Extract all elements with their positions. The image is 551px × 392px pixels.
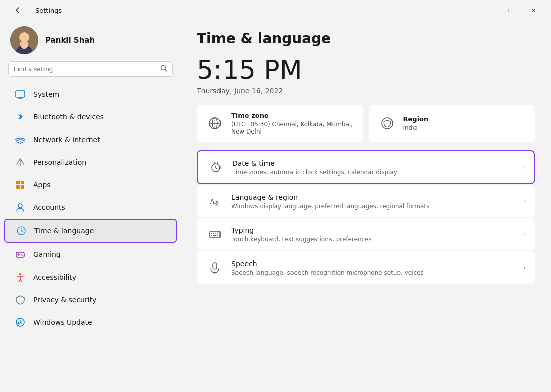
main-content: Time & language 5:15 PM Thursday, June 1… bbox=[181, 18, 551, 392]
sidebar-item-label-network: Network & internet bbox=[33, 136, 100, 144]
datetime-icon bbox=[207, 158, 225, 176]
speech-desc: Speech language, speech recognition micr… bbox=[231, 269, 516, 276]
sidebar-item-label-time: Time & language bbox=[34, 227, 94, 235]
settings-item-speech[interactable]: Speech Speech language, speech recogniti… bbox=[197, 251, 535, 284]
search-icon bbox=[160, 65, 167, 73]
timezone-card-icon bbox=[206, 114, 224, 133]
app-body: Pankil Shah bbox=[0, 18, 551, 392]
svg-point-8 bbox=[20, 143, 21, 144]
svg-point-1 bbox=[19, 32, 29, 42]
window-controls: — □ ✕ bbox=[476, 2, 545, 18]
svg-line-4 bbox=[165, 70, 167, 72]
sidebar-item-update[interactable]: Windows Update bbox=[4, 311, 177, 333]
sidebar-item-personalization[interactable]: Personalization bbox=[4, 151, 177, 173]
sidebar-item-bluetooth[interactable]: Bluetooth & devices bbox=[4, 106, 177, 128]
datetime-label: Date & time bbox=[232, 159, 515, 167]
region-card-icon bbox=[378, 114, 396, 133]
date-display: Thursday, June 16, 2022 bbox=[197, 87, 535, 95]
sidebar-item-label-gaming: Gaming bbox=[33, 250, 61, 258]
typing-chevron: › bbox=[523, 231, 526, 238]
typing-desc: Touch keyboard, text suggestions, prefer… bbox=[231, 236, 516, 243]
typing-label: Typing bbox=[231, 226, 516, 234]
search-box[interactable] bbox=[8, 61, 173, 77]
speech-chevron: › bbox=[523, 264, 526, 271]
back-button[interactable] bbox=[6, 2, 29, 18]
language-label: Language & region bbox=[231, 193, 516, 201]
timezone-card: Time zone (UTC+05:30) Chennai, Kolkata, … bbox=[197, 105, 363, 142]
time-display: 5:15 PM bbox=[197, 55, 535, 85]
sidebar-item-label-apps: Apps bbox=[33, 181, 51, 189]
language-desc: Windows display language, preferred lang… bbox=[231, 203, 516, 210]
maximize-button[interactable]: □ bbox=[499, 2, 522, 18]
time-icon bbox=[15, 225, 27, 237]
language-icon: A あ bbox=[206, 192, 224, 210]
apps-icon bbox=[14, 179, 26, 191]
speech-label: Speech bbox=[231, 259, 516, 268]
user-name: Pankil Shah bbox=[45, 36, 95, 45]
svg-rect-11 bbox=[21, 181, 24, 184]
datetime-chevron: › bbox=[522, 164, 525, 171]
accounts-icon bbox=[14, 201, 26, 213]
window-title: Settings bbox=[35, 7, 62, 14]
gaming-icon bbox=[14, 248, 26, 260]
sidebar-item-system[interactable]: System bbox=[4, 83, 177, 105]
svg-text:あ: あ bbox=[214, 200, 220, 206]
settings-item-language[interactable]: A あ Language & region Windows display la… bbox=[197, 185, 535, 217]
region-label: Region bbox=[403, 115, 429, 123]
search-input[interactable] bbox=[14, 65, 156, 73]
language-chevron: › bbox=[523, 198, 526, 205]
sidebar-item-label-accounts: Accounts bbox=[33, 203, 65, 211]
svg-point-20 bbox=[22, 255, 23, 256]
minimize-button[interactable]: — bbox=[476, 2, 499, 18]
datetime-desc: Time zones, automatic clock settings, ca… bbox=[232, 169, 515, 176]
title-bar: Settings — □ ✕ bbox=[0, 0, 551, 18]
svg-rect-13 bbox=[21, 185, 24, 189]
svg-point-19 bbox=[21, 254, 22, 255]
sidebar-nav: System Bluetooth & devices bbox=[0, 83, 181, 334]
settings-item-datetime[interactable]: Date & time Time zones, automatic clock … bbox=[197, 150, 535, 184]
timezone-value: (UTC+05:30) Chennai, Kolkata, Mumbai, Ne… bbox=[231, 121, 354, 135]
user-profile[interactable]: Pankil Shah bbox=[0, 18, 181, 61]
sidebar-item-gaming[interactable]: Gaming bbox=[4, 243, 177, 266]
settings-list: Date & time Time zones, automatic clock … bbox=[197, 150, 535, 284]
avatar bbox=[10, 26, 38, 54]
network-icon bbox=[14, 134, 26, 146]
system-icon bbox=[14, 88, 26, 100]
sidebar-item-label-privacy: Privacy & security bbox=[33, 296, 96, 304]
privacy-icon bbox=[14, 294, 26, 306]
svg-rect-10 bbox=[16, 181, 20, 184]
sidebar-item-privacy[interactable]: Privacy & security bbox=[4, 289, 177, 311]
sidebar-item-label-system: System bbox=[33, 90, 59, 98]
sidebar-item-label-personalization: Personalization bbox=[33, 158, 86, 166]
speech-icon bbox=[206, 258, 224, 277]
svg-rect-31 bbox=[210, 231, 220, 238]
sidebar-item-network[interactable]: Network & internet bbox=[4, 128, 177, 151]
info-cards: Time zone (UTC+05:30) Chennai, Kolkata, … bbox=[197, 105, 535, 142]
close-button[interactable]: ✕ bbox=[522, 2, 545, 18]
bluetooth-icon bbox=[14, 111, 26, 123]
sidebar-item-accounts[interactable]: Accounts bbox=[4, 196, 177, 218]
accessibility-icon bbox=[14, 271, 26, 283]
region-value: India bbox=[403, 124, 429, 132]
region-card: Region India bbox=[369, 105, 535, 142]
sidebar-item-label-accessibility: Accessibility bbox=[33, 273, 76, 281]
sidebar-item-accessibility[interactable]: Accessibility bbox=[4, 266, 177, 288]
personalization-icon bbox=[14, 156, 26, 168]
svg-rect-39 bbox=[213, 263, 217, 269]
title-bar-left: Settings bbox=[6, 2, 62, 18]
typing-icon bbox=[206, 225, 224, 243]
svg-rect-5 bbox=[16, 91, 25, 97]
svg-rect-12 bbox=[16, 185, 20, 189]
sidebar: Pankil Shah bbox=[0, 18, 181, 392]
sidebar-item-apps[interactable]: Apps bbox=[4, 174, 177, 196]
sidebar-item-label-bluetooth: Bluetooth & devices bbox=[33, 113, 104, 121]
settings-item-typing[interactable]: Typing Touch keyboard, text suggestions,… bbox=[197, 218, 535, 250]
svg-point-21 bbox=[19, 273, 21, 275]
timezone-label: Time zone bbox=[231, 112, 354, 119]
svg-point-14 bbox=[18, 204, 22, 208]
sidebar-item-label-update: Windows Update bbox=[33, 318, 92, 326]
sidebar-item-time[interactable]: Time & language bbox=[4, 219, 177, 243]
page-title: Time & language bbox=[197, 30, 535, 47]
update-icon bbox=[14, 316, 26, 328]
